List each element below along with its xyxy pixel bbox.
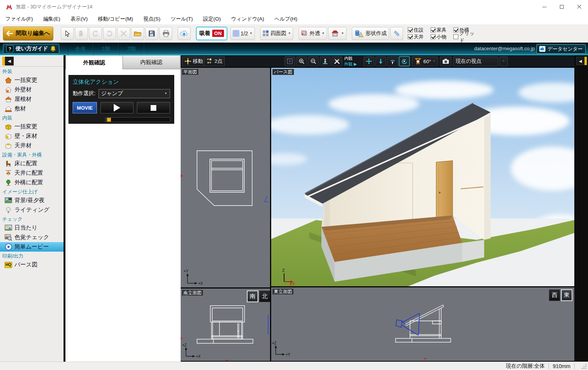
tab-floor-1[interactable]: 1階 — [93, 43, 119, 55]
view-mode-label[interactable]: 内観 外観 ▶ — [344, 56, 357, 67]
action-select-dropdown[interactable]: ジャンプ ▼ — [99, 89, 170, 98]
menu-help[interactable]: ヘルプ(H) — [275, 16, 297, 22]
sidebar-item-perspective-output[interactable]: HQ パース図 — [0, 260, 64, 270]
sidebar-item-ground-material[interactable]: 敷材 — [0, 104, 64, 113]
south-elevation-viewport[interactable]: 南立面図 南 北 — [181, 289, 270, 361]
sidebar-item-wall-floor[interactable]: 壁・床材 — [0, 131, 64, 141]
app-window: 無題 - 3Dマイホームデザイナー14 ファイル(F) 編集(E) 表示(V) … — [0, 0, 588, 370]
viewpoint-tools-button[interactable] — [332, 56, 342, 66]
tab-interior-check[interactable]: 内観確認 — [123, 55, 180, 69]
plan-viewport[interactable]: 平面図 +Y +X — [181, 68, 270, 287]
slider-handle[interactable] — [107, 118, 111, 122]
checkbox-accessories[interactable]: 小物 — [431, 33, 453, 40]
checkbox-furniture[interactable]: 家具 — [431, 27, 453, 33]
sidebar-item-ceiling-material[interactable]: 天井材 — [0, 141, 64, 150]
four-pane-icon — [262, 30, 269, 37]
grid-scale-button[interactable]: 1/2▼ — [230, 27, 255, 40]
east-elevation-viewport[interactable]: 東立面図 西 東 — [271, 287, 574, 361]
xray-view-button[interactable]: 外透▼ — [299, 27, 327, 40]
close-icon[interactable] — [571, 0, 588, 14]
tab-exterior-check[interactable]: 外観確認 — [65, 55, 123, 69]
perspective-view-label: パース図 — [272, 69, 294, 75]
menu-window[interactable]: ウィンドウ(A) — [231, 16, 264, 22]
south-view-label: 南立面図 — [182, 290, 203, 296]
viewpoint-dropdown-caret[interactable]: ▼ — [499, 56, 508, 66]
stop-button[interactable] — [137, 102, 170, 113]
menu-tools[interactable]: ツール(T) — [171, 16, 193, 22]
cloud-upload-button[interactable] — [178, 27, 191, 40]
pan-view-button[interactable] — [364, 56, 374, 66]
menu-view[interactable]: 表示(V) — [71, 16, 88, 22]
checkbox-grid[interactable]: グリッド — [453, 33, 476, 40]
descend-view-button[interactable] — [375, 56, 386, 66]
orbit-view-button[interactable] — [399, 56, 410, 66]
svg-text:+Y: +Y — [286, 352, 291, 357]
menu-settings[interactable]: 設定(O) — [203, 16, 221, 22]
save-button[interactable] — [145, 27, 158, 40]
sidebar-item-exterior-batch[interactable]: 一括変更 — [0, 75, 64, 85]
two-point-button[interactable]: 2点 — [204, 56, 225, 66]
ceiling-light-icon — [5, 169, 12, 177]
datacenter-button[interactable]: データセンター — [536, 44, 586, 54]
current-viewpoint-dropdown[interactable]: 現在の視点 — [453, 56, 498, 66]
zoom-in-icon — [299, 58, 305, 65]
sidebar-item-background[interactable]: 背景/昼夕夜 — [0, 196, 64, 205]
zoom-in-button[interactable] — [296, 56, 307, 66]
usage-guide-button[interactable]: ? 使い方ガイド — [3, 44, 59, 54]
open-file-button[interactable] — [131, 27, 144, 40]
movie-button[interactable]: MOVIE — [73, 102, 97, 113]
floorplan-edit-button[interactable]: 間取り編集へ — [3, 27, 53, 40]
sidebar-item-interior-batch[interactable]: 一括変更 — [0, 122, 64, 131]
tab-floor-2[interactable]: 2階 — [119, 43, 144, 55]
playback-slider[interactable] — [105, 117, 170, 122]
sidebar-item-easy-movie[interactable]: 簡単ムービー — [0, 242, 64, 252]
sidebar-item-color-vision[interactable]: 色覚チェック — [0, 233, 64, 242]
east-button[interactable]: 東 — [561, 289, 572, 301]
menu-viewpoint[interactable]: 視点(S) — [143, 16, 161, 22]
east-elevation-drawing: +Z +Y — [271, 287, 574, 361]
view-angle-button[interactable]: 60° ▼ — [412, 56, 438, 66]
play-button[interactable] — [100, 102, 133, 113]
four-view-button[interactable]: 四面図▼ — [260, 27, 293, 40]
west-east-toggle: 西 東 — [549, 289, 572, 301]
south-button[interactable]: 南 — [247, 290, 258, 302]
chevron-down-icon: ▼ — [341, 32, 344, 35]
shape-create-button[interactable]: 形状作成 — [352, 27, 389, 40]
maximize-icon[interactable] — [553, 0, 571, 14]
select-cursor-button[interactable] — [61, 27, 74, 40]
roof-display-button[interactable]: ▼ — [328, 27, 346, 40]
snap-toggle-button[interactable]: 吸着 ON — [196, 27, 227, 40]
measure-button[interactable] — [390, 27, 403, 40]
sidebar-item-sunlight[interactable]: 日当たり — [0, 223, 64, 233]
zoom-out-button[interactable] — [308, 56, 319, 66]
fit-view-button[interactable] — [284, 56, 295, 66]
sidebar-item-roof-material[interactable]: 屋根材 — [0, 94, 64, 104]
minimize-icon[interactable] — [536, 0, 553, 14]
checkbox-ceiling[interactable]: 天井 — [408, 33, 431, 40]
resize-grip[interactable] — [581, 363, 587, 369]
sidebar-collapse-button[interactable]: ◀ — [2, 57, 64, 65]
tab-floor-all[interactable]: 全体 — [68, 43, 93, 55]
xray-box-icon — [301, 30, 308, 37]
walk-view-button[interactable] — [320, 56, 331, 66]
sidebar-section-print: 印刷/出力 — [0, 252, 64, 260]
sidebar-item-place-floor[interactable]: 床に配置 — [0, 159, 64, 168]
menu-edit[interactable]: 編集(E) — [43, 16, 60, 22]
snapshot-button[interactable] — [440, 56, 451, 66]
tilt-icon — [389, 58, 396, 65]
menu-file[interactable]: ファイル(F) — [5, 16, 33, 22]
sidebar-item-wall-material[interactable]: 外壁材 — [0, 85, 64, 94]
sidebar-item-lighting[interactable]: ライティング — [0, 205, 64, 215]
tilt-view-button[interactable] — [387, 56, 398, 66]
perspective-viewport[interactable]: パース図 — [271, 68, 574, 286]
print-button[interactable] — [159, 27, 172, 40]
sidebar-item-place-garden[interactable]: 外構に配置 — [0, 178, 64, 187]
checkbox-housing-equip[interactable]: 住設 — [408, 27, 431, 33]
menu-move-copy[interactable]: 移動/コピー(M) — [98, 16, 133, 22]
west-button[interactable]: 西 — [549, 289, 560, 301]
move-button[interactable]: 移動 — [182, 56, 205, 66]
north-button[interactable]: 北 — [259, 290, 270, 302]
east-axes: +Z +Y — [272, 341, 291, 357]
sidebar-item-place-ceiling[interactable]: 天井に配置 — [0, 168, 64, 178]
right-panel-collapse-button[interactable]: ◀ — [576, 57, 587, 65]
